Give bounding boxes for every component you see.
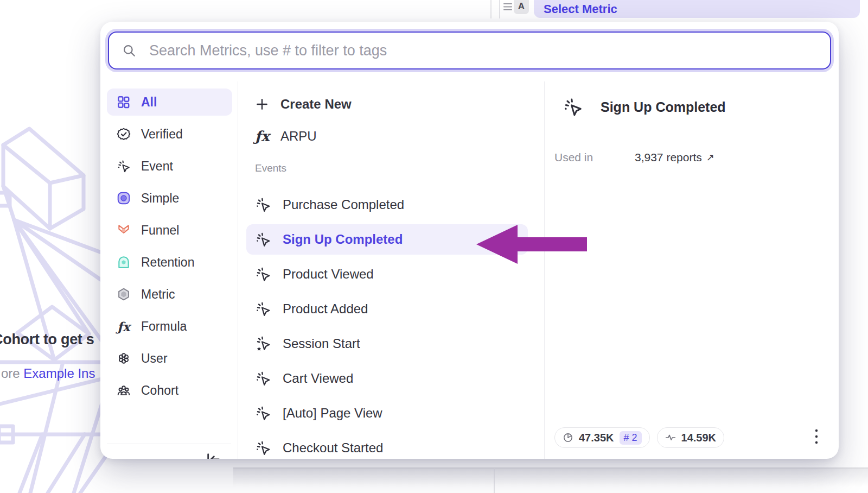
sidebar-item-formula[interactable]: ƒx Formula — [107, 313, 232, 340]
external-link-icon: ↗ — [706, 151, 714, 163]
plus-icon — [255, 97, 269, 111]
sidebar-item-retention[interactable]: Retention — [107, 249, 232, 276]
create-new-label: Create New — [280, 97, 352, 112]
sidebar-item-label: All — [141, 95, 157, 110]
sidebar-item-label: Cohort — [141, 383, 178, 398]
sidebar-item-label: Formula — [141, 319, 187, 334]
formula-fx-icon: ƒx — [255, 128, 269, 144]
bg-column-divider — [494, 468, 495, 493]
bg-subtext-prefix: ore — [1, 366, 23, 381]
sidebar-item-label: Metric — [141, 287, 175, 302]
detail-stats: 47.35K # 2 14.59K — [554, 427, 724, 448]
retention-icon — [117, 255, 131, 269]
sidebar-item-cohort[interactable]: Cohort — [107, 377, 232, 404]
total-count-chip[interactable]: 47.35K # 2 — [554, 427, 650, 448]
list-item-label: [Auto] Page View — [283, 406, 382, 421]
wireframe-illustration — [0, 122, 108, 493]
metric-hexagon-icon — [117, 287, 131, 301]
bg-onboarding-subtext: ore Example Ins — [1, 366, 95, 381]
event-cursor-icon — [255, 301, 271, 317]
total-count-value: 47.35K — [579, 432, 614, 444]
event-cursor-icon — [255, 370, 271, 387]
sidebar-item-label: Simple — [141, 191, 179, 206]
metric-select-dialog: All Verified Event Simple Funnel — [100, 22, 839, 459]
bg-column-divider — [499, 0, 500, 18]
cohort-people-icon — [117, 383, 131, 397]
create-new-button[interactable]: Create New — [246, 90, 528, 118]
metric-detail-panel: Sign Up Completed Used in 3,937 reports … — [545, 81, 839, 459]
annotation-arrow — [472, 220, 591, 269]
activity-count-value: 14.59K — [681, 432, 717, 444]
list-item-label: Session Start — [283, 336, 360, 351]
category-sidebar: All Verified Event Simple Funnel — [100, 81, 238, 459]
sidebar-item-all[interactable]: All — [107, 89, 232, 116]
list-item-product-added[interactable]: Product Added — [246, 294, 528, 324]
more-options-icon[interactable] — [810, 427, 822, 446]
funnel-icon — [117, 223, 131, 237]
metric-search-bar — [108, 31, 831, 69]
sidebar-item-simple[interactable]: Simple — [107, 185, 232, 212]
list-item-checkout-started[interactable]: Checkout Started — [246, 433, 528, 459]
select-metric-clause[interactable]: Select Metric — [534, 0, 860, 18]
sidebar-item-label: Retention — [141, 255, 194, 270]
sidebar-item-label: Verified — [141, 127, 183, 142]
event-cursor-icon — [255, 197, 271, 213]
sidebar-item-user[interactable]: User — [107, 345, 232, 372]
list-item-label: Product Viewed — [283, 267, 374, 282]
event-cursor-icon — [255, 231, 271, 248]
clause-letter-badge: A — [514, 0, 529, 14]
list-item-label: Purchase Completed — [283, 197, 404, 212]
bg-column-divider — [490, 0, 492, 18]
sidebar-item-metric[interactable]: Metric — [107, 281, 232, 308]
screen: A Select Metric Cohort to get s ore Exam… — [0, 0, 868, 493]
used-in-row: Used in 3,937 reports ↗ — [554, 151, 714, 164]
pie-chart-icon — [563, 432, 573, 443]
metric-list: Create New ƒx ARPU Events Purchase Compl… — [238, 81, 544, 459]
event-cursor-icon — [255, 266, 271, 282]
sidebar-item-label: User — [141, 351, 168, 366]
detail-title: Sign Up Completed — [601, 99, 726, 115]
list-item-purchase-completed[interactable]: Purchase Completed — [246, 189, 528, 220]
list-item-session-start[interactable]: Session Start — [246, 328, 528, 359]
bg-onboarding-text: Cohort to get s — [0, 331, 94, 348]
list-item-label: Product Added — [283, 301, 368, 317]
list-item-label: Cart Viewed — [283, 371, 353, 386]
bg-shadow — [233, 469, 868, 487]
sidebar-item-label: Funnel — [141, 223, 179, 238]
event-cursor-icon — [255, 405, 271, 421]
grid-all-icon — [117, 95, 131, 109]
list-item-label: Sign Up Completed — [283, 232, 403, 247]
reports-link[interactable]: 3,937 reports — [635, 151, 702, 164]
dialog-body: All Verified Event Simple Funnel — [100, 81, 839, 459]
sidebar-item-funnel[interactable]: Funnel — [107, 217, 232, 244]
example-insights-link[interactable]: Example Ins — [23, 366, 95, 381]
used-in-label: Used in — [554, 151, 635, 164]
simple-icon — [117, 191, 131, 205]
select-metric-label: Select Metric — [544, 2, 617, 16]
rank-badge: # 2 — [620, 431, 642, 445]
search-icon — [122, 43, 136, 58]
collapse-sidebar-icon[interactable] — [205, 451, 222, 459]
drag-handle-icon[interactable] — [502, 2, 513, 12]
sidebar-item-event[interactable]: Event — [107, 153, 232, 180]
list-item-label: Checkout Started — [283, 440, 383, 456]
events-section-header: Events — [255, 162, 544, 174]
list-item-cart-viewed[interactable]: Cart Viewed — [246, 363, 528, 394]
formula-fx-icon: ƒx — [117, 319, 131, 334]
activity-count-chip[interactable]: 14.59K — [657, 427, 725, 448]
event-cursor-icon — [255, 440, 271, 456]
event-cursor-icon — [563, 97, 583, 117]
event-cursor-icon — [117, 159, 131, 173]
search-input[interactable] — [149, 42, 817, 59]
list-item-auto-page-view[interactable]: [Auto] Page View — [246, 398, 528, 428]
verified-seal-icon — [117, 127, 131, 141]
sidebar-item-verified[interactable]: Verified — [107, 121, 232, 148]
event-cursor-star-icon — [255, 336, 271, 352]
list-item-arpu[interactable]: ƒx ARPU — [246, 122, 528, 150]
user-flower-icon — [117, 351, 131, 365]
detail-header: Sign Up Completed — [563, 97, 726, 117]
pulse-icon — [665, 432, 676, 443]
sidebar-divider — [107, 444, 231, 444]
list-item-label: ARPU — [280, 129, 317, 144]
sidebar-item-label: Event — [141, 159, 173, 174]
